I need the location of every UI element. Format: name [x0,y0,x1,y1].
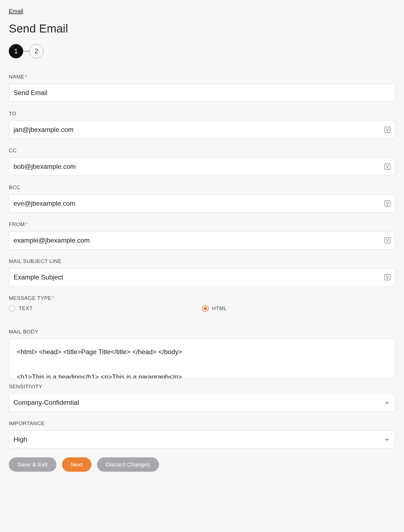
button-row: Save & Exit Next Discard Changes [9,457,395,472]
save-exit-button[interactable]: Save & Exit [9,457,56,472]
label-importance: IMPORTANCE [9,420,395,427]
radio-dot-icon [204,307,207,310]
field-group-mail-body: MAIL BODY <html> <head> <title>Page Titl… [9,329,395,379]
bcc-input[interactable] [9,194,395,213]
label-cc: CC [9,148,395,154]
discard-button[interactable]: Discard Changes [97,457,159,472]
field-group-to: TO [9,111,395,139]
svg-rect-0 [385,127,390,132]
required-marker: * [52,295,54,301]
svg-rect-2 [385,201,390,206]
field-group-subject: MAIL SUBJECT LINE [9,258,395,286]
svg-rect-1 [385,164,390,169]
variable-icon[interactable] [384,274,391,281]
importance-select[interactable] [9,430,395,449]
page-title: Send Email [9,22,395,35]
step-connector [23,51,29,51]
label-bcc: BCC [9,184,395,191]
variable-icon[interactable] [384,126,391,133]
next-button[interactable]: Next [62,457,91,472]
variable-icon[interactable] [384,237,391,244]
label-from: FROM* [9,221,395,227]
required-marker: * [25,74,27,80]
variable-icon[interactable] [384,200,391,207]
field-group-sensitivity: SENSITIVITY [9,384,395,412]
radio-option-text[interactable]: TEXT [9,305,202,312]
label-sensitivity: SENSITIVITY [9,384,395,390]
svg-rect-4 [385,275,390,280]
to-input[interactable] [9,121,395,139]
step-2[interactable]: 2 [29,44,44,58]
svg-rect-3 [385,238,390,243]
label-name: NAME* [9,74,395,80]
breadcrumb-email[interactable]: Email [9,8,23,14]
label-message-type: MESSAGE TYPE* [9,295,395,301]
radio-label-html: HTML [212,305,227,311]
field-group-cc: CC [9,148,395,176]
required-marker: * [25,221,28,227]
sensitivity-select[interactable] [9,393,395,412]
stepper: 1 2 [9,44,395,58]
field-group-from: FROM* [9,221,395,249]
label-subject: MAIL SUBJECT LINE [9,258,395,264]
from-input[interactable] [9,231,395,249]
label-name-text: NAME [9,74,25,80]
field-group-bcc: BCC [9,184,395,213]
label-to: TO [9,111,395,117]
radio-circle-icon [9,305,15,312]
radio-circle-icon [202,305,209,312]
variable-icon[interactable] [384,163,391,170]
label-from-text: FROM [9,221,25,227]
label-message-type-text: MESSAGE TYPE [9,295,52,301]
mail-body-textarea[interactable]: <html> <head> <title>Page Title</title> … [9,339,395,379]
step-1[interactable]: 1 [9,44,23,58]
field-group-importance: IMPORTANCE [9,420,395,449]
field-group-message-type: MESSAGE TYPE* TEXT HTML [9,295,395,312]
subject-input[interactable] [9,268,395,286]
cc-input[interactable] [9,158,395,176]
field-group-name: NAME* [9,74,395,102]
radio-option-html[interactable]: HTML [202,305,395,312]
label-mail-body: MAIL BODY [9,329,395,335]
name-input[interactable] [9,84,395,102]
radio-label-text: TEXT [19,305,33,311]
